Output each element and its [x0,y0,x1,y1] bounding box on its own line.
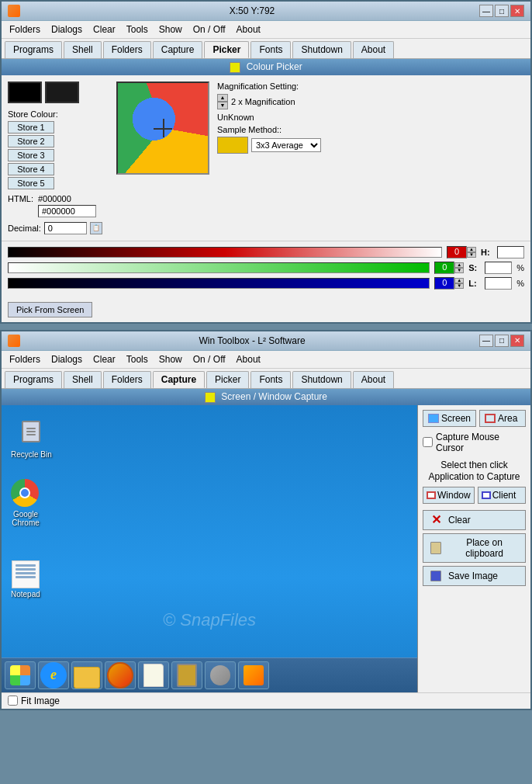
tab-shutdown-2[interactable]: Shutdown [292,371,351,388]
close-button-1[interactable]: ✕ [510,5,524,17]
app-icon-1 [8,5,20,17]
tab-programs-1[interactable]: Programs [5,41,62,58]
tab-programs-2[interactable]: Programs [5,371,62,388]
menu-dialogs-1[interactable]: Dialogs [47,23,87,36]
sat-slider-track[interactable] [8,262,430,273]
clear-capture-button[interactable]: ✕ Clear [423,510,526,530]
s-value-box[interactable] [485,262,512,274]
tab-capture-1[interactable]: Capture [153,41,203,58]
taskbar-archive[interactable] [171,661,202,689]
taskbar-folder[interactable] [71,661,102,689]
menu-onoff-2[interactable]: On / Off [188,352,230,366]
h-down-arrow[interactable]: ▼ [467,252,476,258]
tab-fonts-2[interactable]: Fonts [250,371,291,388]
s-spinbox-val[interactable]: 0 [434,262,454,274]
mag-down-btn[interactable]: ▼ [217,102,228,109]
title-bar-buttons-2: — □ ✕ [479,335,524,347]
menu-tools-1[interactable]: Tools [122,23,153,36]
menu-folders-2[interactable]: Folders [5,352,45,366]
close-button-2[interactable]: ✕ [510,335,524,347]
s-down-arrow[interactable]: ▼ [454,268,464,273]
clipboard-button[interactable]: Place on clipboard [423,533,526,563]
menu-tools-2[interactable]: Tools [122,352,153,366]
taskbar-ie[interactable]: e [38,661,69,689]
tab-about-1[interactable]: About [353,41,394,58]
taskbar-misc2[interactable] [238,661,269,689]
screen-icon [428,414,439,423]
l-spinbox-val[interactable]: 0 [434,277,454,290]
window-button[interactable]: Window [423,487,475,504]
menu-about-2[interactable]: About [232,352,265,366]
area-button[interactable]: Area [479,410,526,427]
store1-button[interactable]: Store 1 [8,121,54,134]
window-title-1: X:50 Y:792 [25,5,479,16]
tab-fonts-1[interactable]: Fonts [250,41,291,58]
tab-folders-1[interactable]: Folders [103,41,151,58]
taskbar-start[interactable] [5,661,36,689]
h-up-arrow[interactable]: ▲ [467,247,476,252]
tab-folders-2[interactable]: Folders [103,371,151,388]
minimize-button-1[interactable]: — [479,5,493,17]
bin-lines [25,424,37,439]
client-button[interactable]: Client [478,487,526,504]
doc-icon [143,664,164,687]
screen-button[interactable]: Screen [423,410,476,427]
window-capture: Win Toolbox - L² Software — □ ✕ Folders … [0,330,532,710]
menu-show-2[interactable]: Show [154,352,187,366]
swatch-background[interactable] [45,82,79,103]
store5-button[interactable]: Store 5 [8,177,54,189]
sliders-section: 0 ▲ ▼ H: 0 ▲ ▼ S: % [2,241,530,297]
desktop-icon-chrome[interactable]: GoogleChrome [11,479,40,527]
h-value-box[interactable] [497,246,524,258]
misc1-icon [210,665,230,685]
tab-picker-2[interactable]: Picker [206,371,249,388]
s-up-arrow[interactable]: ▲ [454,262,464,268]
tab-shutdown-1[interactable]: Shutdown [292,41,351,58]
picker-left: Store Colour: Store 1 Store 2 Store 3 St… [8,82,109,234]
hue-slider-track[interactable] [8,247,442,258]
section-icon-picker [230,62,240,73]
l-value-box[interactable] [485,277,512,290]
store4-button[interactable]: Store 4 [8,163,54,175]
tab-shell-1[interactable]: Shell [64,41,102,58]
decimal-value[interactable]: 0 [44,222,87,234]
menu-about-1[interactable]: About [232,23,265,36]
pick-from-screen-button[interactable]: Pick From Screen [8,302,92,317]
desktop-icon-recycle[interactable]: Recycle Bin [11,421,52,459]
menu-onoff-1[interactable]: On / Off [188,23,230,36]
swatch-foreground[interactable] [8,82,42,103]
h-spinbox-val[interactable]: 0 [447,246,467,258]
fit-image-checkbox[interactable] [8,696,18,706]
store3-button[interactable]: Store 3 [8,149,54,161]
notepad-line-4 [16,576,36,578]
menu-show-1[interactable]: Show [154,23,187,36]
capture-mouse-row: Capture Mouse Cursor [423,432,526,453]
minimize-button-2[interactable]: — [479,335,493,347]
menu-clear-1[interactable]: Clear [88,23,120,36]
l-down-arrow[interactable]: ▼ [454,283,464,289]
html-input-box[interactable]: #000000 [38,205,96,217]
mag-up-btn[interactable]: ▲ [217,94,228,102]
decimal-copy-icon[interactable]: 📋 [90,222,102,234]
tab-about-2[interactable]: About [353,371,394,388]
capture-mouse-checkbox[interactable] [423,437,433,447]
decimal-label: Decimal: [8,224,41,233]
menu-clear-2[interactable]: Clear [88,352,120,366]
save-image-button[interactable]: Save Image [423,566,526,586]
desktop-icon-notepad[interactable]: Notepad [11,560,40,598]
l-up-arrow[interactable]: ▲ [454,278,464,283]
menu-dialogs-2[interactable]: Dialogs [47,352,87,366]
restore-button-2[interactable]: □ [495,335,509,347]
restore-button-1[interactable]: □ [495,5,509,17]
picker-center [116,82,209,234]
tab-capture-2[interactable]: Capture [153,371,205,388]
taskbar-firefox[interactable] [105,661,136,689]
sample-method-select[interactable]: 3x3 Average [251,138,321,152]
taskbar-doc[interactable] [138,661,169,689]
tab-picker-1[interactable]: Picker [204,41,249,58]
tab-shell-2[interactable]: Shell [64,371,102,388]
store2-button[interactable]: Store 2 [8,135,54,147]
lum-slider-track[interactable] [8,278,430,289]
menu-folders-1[interactable]: Folders [5,23,45,36]
taskbar-misc1[interactable] [205,661,236,689]
